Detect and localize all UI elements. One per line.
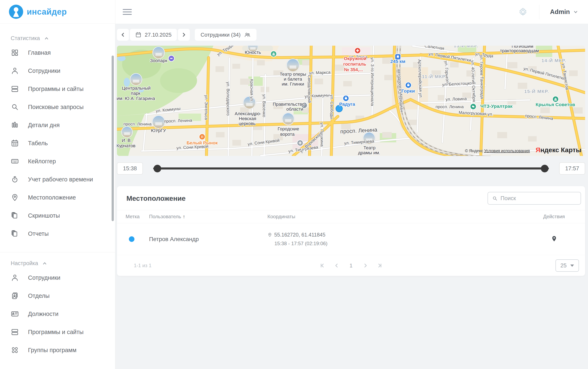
- people-group-icon: [244, 31, 251, 38]
- person-icon: [11, 274, 19, 282]
- sidebar-item[interactable]: Кейлоггер: [0, 152, 115, 170]
- map-label: Окружной: [344, 56, 366, 61]
- sidebar-item-label: Местоположение: [28, 194, 76, 201]
- map-poi-photo[interactable]: [130, 73, 142, 86]
- map-fork-icon[interactable]: [199, 134, 205, 140]
- map-label: Юность: [245, 50, 261, 55]
- map-label: Городские: [278, 126, 299, 131]
- map-poi-photo[interactable]: [286, 59, 300, 72]
- brand-logo-icon: [9, 4, 23, 19]
- map-poi-photo[interactable]: [152, 47, 165, 59]
- search-input[interactable]: [501, 195, 581, 201]
- map-label: № 354,...: [344, 67, 363, 72]
- sidebar-scrollbar[interactable]: [112, 56, 114, 221]
- sidebar-item[interactable]: Должности: [0, 305, 115, 323]
- sidebar-item[interactable]: Табель: [0, 134, 115, 152]
- table-row[interactable]: Петров Александр 55.162720, 61.411845 15…: [117, 223, 585, 255]
- first-page-button[interactable]: [317, 260, 327, 271]
- last-page-button[interactable]: [375, 260, 385, 271]
- map-label: ЧТЗ-Уралтрак: [480, 103, 513, 109]
- row-action-button[interactable]: [543, 236, 565, 243]
- time-range-slider: 15:38 17:57: [117, 162, 585, 175]
- map-terms-link[interactable]: Условия использования: [484, 149, 530, 153]
- map-plus-icon[interactable]: [355, 48, 360, 54]
- settings-gear-icon[interactable]: [518, 7, 528, 17]
- sidebar-item[interactable]: Поисковые запросы: [0, 98, 115, 116]
- col-mark[interactable]: Метка: [126, 214, 149, 219]
- sidebar-item[interactable]: Отделы: [0, 287, 115, 305]
- map-plus-icon[interactable]: [297, 140, 303, 146]
- map-label: им. Ю.А. Гагарина: [117, 96, 155, 101]
- dashboard-icon: [11, 49, 19, 57]
- map-label: ул. Васенко: [262, 94, 267, 117]
- sidebar-item[interactable]: Программы и сайты: [0, 323, 115, 341]
- map-poi-photo[interactable]: [121, 126, 133, 138]
- prev-day-button[interactable]: [117, 29, 129, 41]
- map-label: Белый Рынок: [187, 140, 218, 145]
- yandex-map[interactable]: ул. Трудаул. Трудаул. Трудаул. Коммуныул…: [117, 46, 585, 156]
- next-day-button[interactable]: [178, 29, 190, 41]
- sidebar-section-toggle[interactable]: Настройка: [0, 252, 115, 269]
- slider-track[interactable]: [153, 162, 549, 175]
- person-icon: [11, 67, 19, 75]
- sidebar-item[interactable]: Отчеты: [0, 225, 115, 243]
- col-coords[interactable]: Координаты: [267, 214, 543, 219]
- date-picker-button[interactable]: 27.10.2025: [130, 29, 177, 41]
- map-label: 245 км: [390, 59, 405, 64]
- map-bank-icon[interactable]: [271, 51, 277, 57]
- sidebar-item[interactable]: Скриншоты: [0, 207, 115, 225]
- brand-logo[interactable]: инсайдер: [0, 0, 115, 24]
- pagination: 1-1 из 1 1 25: [117, 255, 585, 276]
- employees-filter-button[interactable]: Сотрудники (34): [195, 29, 257, 41]
- map-bag-icon[interactable]: [343, 95, 349, 101]
- sidebar-nav: Статистика Главная Сотрудники Программы …: [0, 24, 115, 369]
- menu-toggle-icon[interactable]: [123, 7, 132, 16]
- search-icon: [11, 103, 19, 111]
- map-label: Курчатов: [117, 143, 136, 148]
- sidebar-item[interactable]: Сотрудники: [0, 269, 115, 287]
- sidebar-item-label: Программы и сайты: [28, 86, 84, 92]
- user-menu[interactable]: Admin: [550, 8, 578, 16]
- time-end-input[interactable]: 17:57: [559, 162, 585, 175]
- map-label: Красная ул.: [250, 79, 254, 102]
- map-label: Театр: [364, 145, 376, 150]
- map-label: Невская: [239, 116, 256, 121]
- search-box[interactable]: [488, 192, 581, 205]
- location-panel: Местоположение Метка Пользователь↑ Коорд…: [117, 186, 585, 276]
- sidebar-item[interactable]: Группы программ: [0, 341, 115, 359]
- sidebar-item-label: Кейлоггер: [28, 158, 56, 165]
- map-mask-icon[interactable]: [470, 104, 476, 110]
- page-size-select[interactable]: 25: [556, 259, 579, 272]
- sidebar-item[interactable]: Программы и сайты: [0, 80, 115, 98]
- next-page-button[interactable]: [360, 260, 371, 271]
- map-bank-icon[interactable]: [553, 96, 558, 102]
- map-poi-photo[interactable]: [282, 113, 294, 125]
- col-user[interactable]: Пользователь↑: [149, 214, 267, 219]
- rows-icon: [11, 85, 19, 93]
- slider-handle-end[interactable]: [541, 165, 548, 172]
- time-start-input[interactable]: 15:38: [117, 162, 143, 175]
- map-label: ул. Ловина: [446, 96, 467, 102]
- slider-handle-start[interactable]: [154, 165, 161, 172]
- sidebar-section-toggle[interactable]: Статистика: [0, 27, 115, 44]
- sidebar-item[interactable]: Учет рабочего времени: [0, 170, 115, 189]
- map-label: просп. Ленина: [435, 104, 464, 109]
- map-label: тракторозаводцам: [500, 48, 539, 53]
- sidebar-item[interactable]: Сотрудники: [0, 62, 115, 80]
- map-dash-icon[interactable]: [168, 56, 174, 61]
- map-bag-icon[interactable]: [405, 82, 411, 88]
- map-label: ЮУрГУ: [151, 128, 166, 133]
- map-label: Зоопарк: [150, 58, 167, 63]
- sidebar-item[interactable]: Главная: [0, 44, 115, 62]
- map-poi-photo[interactable]: [152, 115, 165, 129]
- map-label: парк: [131, 91, 140, 96]
- sidebar-item-label: Программы и сайты: [28, 329, 84, 336]
- prev-page-button[interactable]: [331, 260, 342, 271]
- sidebar-item[interactable]: Местоположение: [0, 189, 115, 207]
- calendar-icon: [135, 32, 141, 38]
- map-label: Свердловский: [307, 75, 312, 103]
- map-label: Александро-: [235, 111, 261, 116]
- map-label: ул. Энгельса: [204, 95, 209, 120]
- map-label: 11-Й МКР.: [422, 74, 446, 79]
- sidebar-item[interactable]: Детали дня: [0, 116, 115, 134]
